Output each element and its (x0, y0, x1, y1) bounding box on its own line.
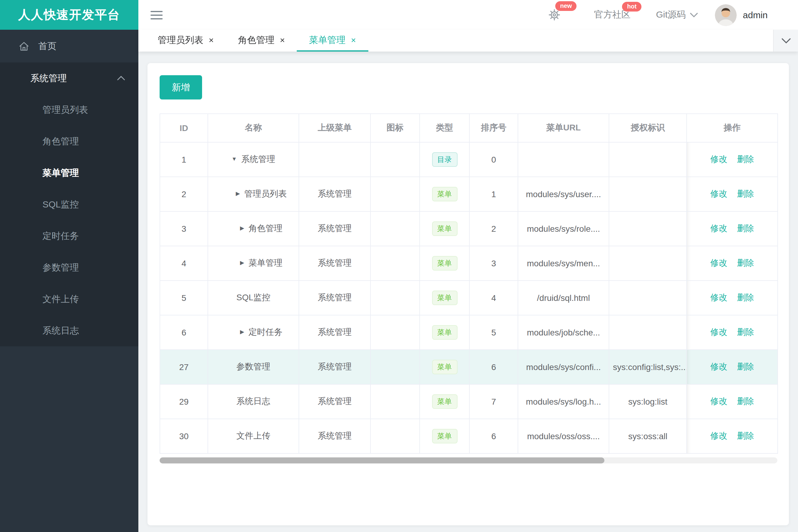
user-menu[interactable]: admin (715, 4, 768, 26)
column-header-8: 操作 (687, 114, 778, 142)
cell-icon (370, 281, 420, 315)
sidebar-item-4[interactable]: 定时任务 (0, 220, 138, 252)
cell-operations: 修改删除 (687, 177, 778, 211)
expand-icon[interactable]: ▶ (240, 329, 244, 335)
cell-perms: sys:config:list,sys:... (609, 350, 687, 384)
table-row: 6▶定时任务系统管理菜单5modules/job/sche...修改删除 (160, 315, 778, 350)
menu-toggle-icon[interactable] (150, 11, 163, 19)
tab-bar: 管理员列表×角色管理×菜单管理× (138, 30, 798, 52)
sidebar-item-6[interactable]: 文件上传 (0, 283, 138, 315)
sidebar-item-label: 管理员列表 (42, 104, 88, 116)
edit-link[interactable]: 修改 (710, 431, 727, 440)
cell-type: 菜单 (420, 211, 469, 246)
cell-url: modules/job/sche... (518, 315, 609, 350)
cell-name-wrap: 系统日志 (212, 396, 295, 407)
table-row: 29系统日志系统管理菜单7modules/sys/log.h...sys:log… (160, 384, 778, 419)
delete-link[interactable]: 删除 (737, 396, 754, 406)
cell-perms-value: sys:config:list,sys:... (613, 362, 687, 372)
sidebar-item-home[interactable]: 首页 (0, 30, 138, 62)
cell-name: 系统日志 (208, 384, 299, 419)
edit-link[interactable]: 修改 (710, 223, 727, 233)
collapse-icon[interactable]: ▼ (231, 156, 237, 162)
cell-id: 29 (160, 384, 208, 419)
sidebar-item-7[interactable]: 系统日志 (0, 315, 138, 346)
edit-link[interactable]: 修改 (710, 258, 727, 267)
cell-parent-value: 系统管理 (318, 258, 352, 267)
cell-order-value: 2 (491, 224, 496, 233)
column-header-label: 图标 (387, 122, 404, 132)
app-logo[interactable]: 人人快速开发平台 (0, 0, 138, 30)
tab-close-icon[interactable]: × (280, 36, 284, 44)
git-source-link[interactable]: Git源码 (656, 9, 698, 21)
top-header-right: new 官方社区 hot Git源码 (548, 4, 768, 26)
cell-id: 6 (160, 315, 208, 350)
edit-link[interactable]: 修改 (710, 327, 727, 337)
delete-link[interactable]: 删除 (737, 327, 754, 337)
edit-link[interactable]: 修改 (710, 189, 727, 198)
cell-name-value: 角色管理 (248, 223, 282, 234)
tab-close-icon[interactable]: × (209, 36, 214, 44)
hot-badge: hot (622, 2, 642, 12)
cell-order-value: 5 (491, 327, 496, 337)
cell-id-value: 6 (182, 327, 186, 337)
delete-link[interactable]: 删除 (737, 223, 754, 233)
content-card: 新增 ID名称上级菜单图标类型排序号菜单URL授权标识操作 1▼系统管理目录0修… (147, 63, 789, 525)
cell-name-wrap: ▶菜单管理 (212, 258, 295, 269)
cell-operations: 修改删除 (687, 315, 778, 350)
sidebar-submenu: 管理员列表角色管理菜单管理SQL监控定时任务参数管理文件上传系统日志 (0, 94, 138, 346)
sidebar-item-5[interactable]: 参数管理 (0, 252, 138, 283)
cell-url-value: modules/sys/confi... (526, 362, 601, 372)
column-header-2: 上级菜单 (299, 114, 370, 142)
tab-close-icon[interactable]: × (351, 36, 356, 44)
cell-icon (370, 142, 420, 177)
cell-parent: 系统管理 (299, 177, 370, 211)
tabs-overflow-button[interactable] (773, 30, 798, 52)
cell-name-wrap: ▶定时任务 (212, 327, 295, 338)
cell-name-value: 管理员列表 (244, 189, 287, 200)
delete-link[interactable]: 删除 (737, 258, 754, 267)
tab-0[interactable]: 管理员列表× (146, 30, 226, 52)
edit-link[interactable]: 修改 (710, 154, 727, 164)
sidebar-group-title[interactable]: 系统管理 (0, 62, 138, 94)
column-header-label: 上级菜单 (318, 122, 352, 132)
tab-label: 管理员列表 (158, 34, 203, 46)
type-badge: 菜单 (432, 222, 457, 236)
add-button[interactable]: 新增 (160, 75, 202, 99)
cell-parent: 系统管理 (299, 246, 370, 281)
edit-link[interactable]: 修改 (710, 362, 727, 371)
table-row: 1▼系统管理目录0修改删除 (160, 142, 778, 177)
expand-icon[interactable]: ▶ (236, 190, 240, 196)
community-link[interactable]: 官方社区 hot (594, 9, 631, 21)
sidebar-group-label: 系统管理 (30, 73, 67, 84)
expand-icon[interactable]: ▶ (240, 260, 244, 266)
type-badge: 菜单 (432, 187, 457, 202)
delete-link[interactable]: 删除 (737, 189, 754, 198)
delete-link[interactable]: 删除 (737, 431, 754, 440)
cell-url: /druid/sql.html (518, 281, 609, 315)
scrollbar-thumb[interactable] (160, 457, 605, 463)
delete-link[interactable]: 删除 (737, 154, 754, 164)
settings-button[interactable]: new (548, 8, 577, 22)
cell-icon (370, 350, 420, 384)
edit-link[interactable]: 修改 (710, 396, 727, 406)
sidebar-item-3[interactable]: SQL监控 (0, 189, 138, 220)
tab-2[interactable]: 菜单管理× (297, 30, 368, 52)
tab-1[interactable]: 角色管理× (226, 30, 297, 52)
delete-link[interactable]: 删除 (737, 362, 754, 371)
delete-link[interactable]: 删除 (737, 292, 754, 302)
expand-icon[interactable]: ▶ (240, 225, 244, 231)
cell-perms: sys:log:list (609, 384, 687, 419)
cell-id-value: 27 (179, 362, 188, 372)
cell-order: 3 (469, 246, 518, 281)
sidebar: 首页 系统管理 管理员列表角色管理菜单管理SQL监控定时任务参数管理文件上传系统… (0, 30, 138, 532)
cell-operations: 修改删除 (687, 211, 778, 246)
cell-order: 4 (469, 281, 518, 315)
tab-label: 角色管理 (238, 34, 274, 46)
sidebar-item-label: 系统日志 (42, 325, 79, 336)
sidebar-item-1[interactable]: 角色管理 (0, 126, 138, 157)
cell-perms (609, 177, 687, 211)
sidebar-item-0[interactable]: 管理员列表 (0, 94, 138, 126)
cell-name: 参数管理 (208, 350, 299, 384)
edit-link[interactable]: 修改 (710, 292, 727, 302)
sidebar-item-2[interactable]: 菜单管理 (0, 157, 138, 189)
